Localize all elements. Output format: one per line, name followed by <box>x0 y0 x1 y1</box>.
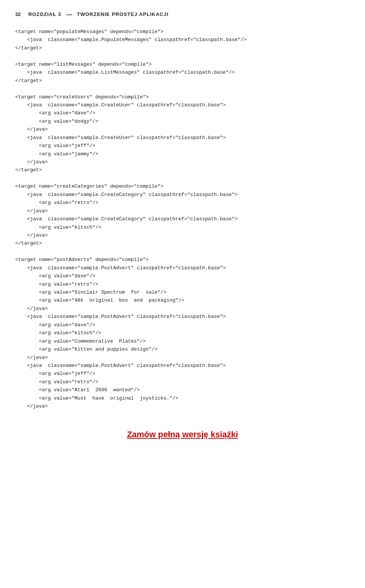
chapter-number: ROZDZIAŁ 3 <box>28 11 61 17</box>
code-line-34: <arg value="kitsch"/> <box>15 330 101 336</box>
code-line-16: </target> <box>15 167 42 173</box>
code-line-3: </target> <box>15 45 42 51</box>
code-line-5: <java classname="sample.ListMessages" cl… <box>15 70 235 75</box>
code-line-29: <arg value="Sinclair Spectrum for sale"/… <box>15 289 167 295</box>
code-line-38: <java classname="sample.PostAdvert" clas… <box>15 363 226 368</box>
code-line-14: <arg value="jammy"/> <box>15 151 98 157</box>
code-line-9: <arg value="dave"/> <box>15 110 95 116</box>
bottom-link-container: Zamów pełną wersję książki <box>15 430 350 439</box>
code-line-8: <java classname="sample.CreateUser" clas… <box>15 102 226 108</box>
code-line-24: </target> <box>15 240 42 246</box>
code-line-2: <java classname="sample.PopulateMessages… <box>15 37 247 43</box>
code-line-30: <arg value="48k original box and packagi… <box>15 297 184 303</box>
code-line-7: <target name="createUsers" depends="comp… <box>15 94 149 100</box>
page-number: 32 <box>15 11 21 17</box>
page-header: 32 ROZDZIAŁ 3 TWORZENIE PROSTEJ APLIKACJ… <box>15 11 350 17</box>
code-block: <target name="populateMessages" depends=… <box>15 28 350 411</box>
code-line-6: </target> <box>15 78 42 84</box>
code-line-21: <java classname="sample.CreateCategory" … <box>15 216 238 222</box>
code-line-19: <arg value="retro"/> <box>15 200 98 205</box>
code-line-13: <arg value="jeff"/> <box>15 143 95 149</box>
code-line-27: <arg value="dave"/> <box>15 273 95 279</box>
code-line-42: <arg value="Must have original joysticks… <box>15 395 178 401</box>
code-line-11: </java> <box>15 126 48 132</box>
code-line-26: <java classname="sample.PostAdvert" clas… <box>15 265 226 271</box>
code-line-39: <arg value="jeff"/> <box>15 371 95 376</box>
code-line-17: <target name="createCategories" depends=… <box>15 183 163 189</box>
code-line-20: </java> <box>15 208 48 214</box>
code-line-40: <arg value="retro"/> <box>15 379 98 385</box>
code-line-12: <java classname="sample.CreateUser" clas… <box>15 135 226 141</box>
code-line-33: <arg value="dave"/> <box>15 322 95 328</box>
code-line-25: <target name="postAdverts" depends="comp… <box>15 257 149 262</box>
code-line-41: <arg value="Atari 2600 wanted"/> <box>15 387 140 393</box>
chapter-title: TWORZENIE PROSTEJ APLIKACJI <box>77 11 168 17</box>
code-line-4: <target name="listMessages" depends="com… <box>15 62 152 67</box>
code-line-18: <java classname="sample.CreateCategory" … <box>15 192 238 198</box>
code-line-36: <arg value="Kitten and puppies design"/> <box>15 346 157 352</box>
code-line-35: <arg value="Commemorative Plates"/> <box>15 338 146 344</box>
code-line-10: <arg value="dodgy"/> <box>15 119 98 124</box>
code-line-43: </java> <box>15 403 48 409</box>
code-line-23: </java> <box>15 232 48 238</box>
code-line-1: <target name="populateMessages" depends=… <box>15 29 163 35</box>
code-line-22: <arg value="kitsch"/> <box>15 224 101 230</box>
code-line-31: </java> <box>15 306 48 311</box>
chapter-label: ROZDZIAŁ 3 TWORZENIE PROSTEJ APLIKACJI <box>28 11 168 17</box>
buy-book-link[interactable]: Zamów pełną wersję książki <box>127 430 238 439</box>
code-line-37: </java> <box>15 355 48 360</box>
code-line-15: </java> <box>15 159 48 165</box>
title-separator <box>66 14 72 15</box>
code-line-32: <java classname="sample.PostAdvert" clas… <box>15 314 226 319</box>
code-line-28: <arg value="retro"/> <box>15 281 98 287</box>
